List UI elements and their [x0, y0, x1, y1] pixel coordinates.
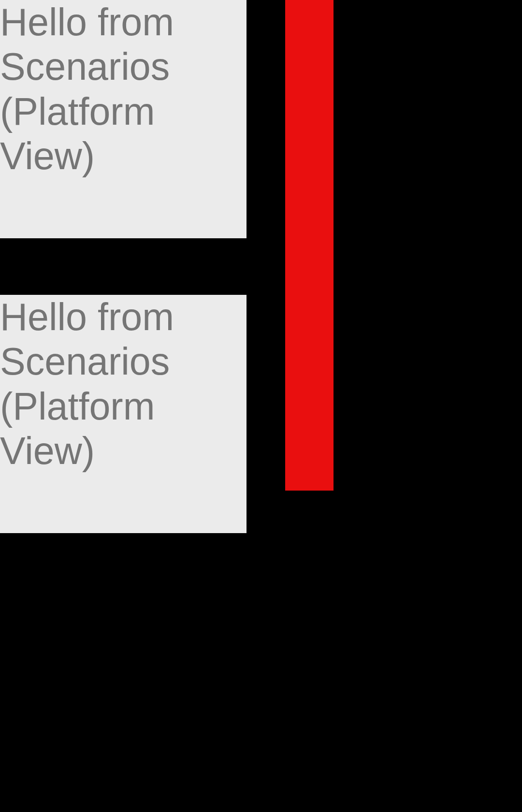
platform-view-label: Hello from Scenarios (Platform View)	[0, 295, 246, 474]
overlay-bar	[285, 0, 334, 491]
platform-view-label: Hello from Scenarios (Platform View)	[0, 0, 246, 179]
platform-view-tile: Hello from Scenarios (Platform View)	[0, 0, 246, 238]
platform-view-tile: Hello from Scenarios (Platform View)	[0, 295, 246, 533]
